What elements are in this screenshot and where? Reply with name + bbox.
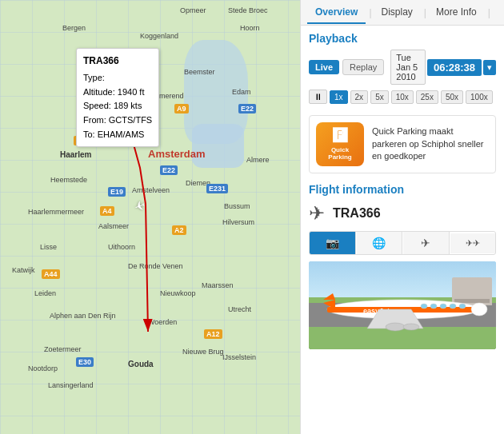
- playback-title: Playback: [309, 32, 496, 45]
- city-label: Katwijk: [12, 266, 35, 274]
- tooltip-speed: Speed: 189 kts: [83, 99, 152, 113]
- city-label-gouda: Gouda: [128, 360, 154, 368]
- city-label: Alphen aan Den Rijn: [50, 312, 116, 320]
- road-label-a12: A12: [204, 329, 222, 339]
- city-label: Uithoorn: [108, 243, 135, 251]
- road-label-e22-2: E22: [160, 165, 178, 175]
- road-label-e22-1: E22: [238, 104, 256, 113]
- city-label: Nieuwe Brug: [182, 348, 224, 356]
- speed-10x-button[interactable]: 10x: [391, 90, 414, 104]
- svg-point-7: [386, 323, 405, 331]
- city-label: Opmeer: [180, 6, 206, 14]
- road-label-a4: A4: [100, 206, 114, 216]
- water-area-2: [192, 124, 244, 168]
- tab-sep-3: |: [488, 7, 490, 18]
- date-display: Tue Jan 5 2010: [390, 50, 426, 85]
- city-label: Maarssen: [202, 281, 234, 289]
- road-label-a2: A2: [172, 225, 186, 235]
- icon-tab-flight[interactable]: ✈: [403, 232, 450, 254]
- right-panel: Overview | Display | More Info | Playbac…: [300, 0, 504, 434]
- tab-sep-2: |: [424, 7, 426, 18]
- ad-logo-text: QuickParking: [328, 146, 351, 161]
- tooltip-altitude: Altitude: 1940 ft: [83, 86, 152, 100]
- flight-info-title: Flight information: [309, 183, 496, 196]
- svg-point-13: [450, 304, 456, 309]
- easyjet-plane-svg: easyJet.com: [315, 279, 491, 335]
- svg-point-14: [459, 304, 466, 309]
- svg-point-8: [403, 324, 419, 330]
- city-label: Utrecht: [228, 305, 251, 313]
- city-label: Koggenland: [140, 32, 178, 40]
- city-label: Edam: [232, 88, 251, 96]
- live-button[interactable]: Live: [309, 60, 339, 74]
- city-label: Leiden: [34, 289, 56, 297]
- road-label-e231: E231: [206, 184, 228, 193]
- svg-point-11: [430, 304, 437, 309]
- icon-tab-map[interactable]: 🌐: [357, 232, 403, 254]
- city-label: Nootdorp: [28, 364, 58, 372]
- flight-info-section: Flight information ✈ TRA366 📷 🌐 ✈ ✈✈: [301, 178, 504, 354]
- flight-tooltip: TRA366 Type: Altitude: 1940 ft Speed: 18…: [76, 48, 159, 147]
- city-label: Hoorn: [240, 24, 260, 32]
- flight-callsign: TRA366: [333, 206, 381, 221]
- city-label: De Ronde Venen: [128, 262, 183, 270]
- speed-2x-button[interactable]: 2x: [350, 90, 369, 104]
- icon-tab-details[interactable]: ✈✈: [450, 233, 496, 253]
- time-display: 06:28:38: [427, 59, 482, 76]
- icon-tab-bar: 📷 🌐 ✈ ✈✈: [309, 231, 496, 255]
- playback-controls: Live Replay Tue Jan 5 2010 06:28:38 ▾: [309, 50, 496, 85]
- tooltip-to: To: EHAM/AMS: [83, 128, 152, 142]
- tooltip-from: From: GCTS/TFS: [83, 113, 152, 128]
- speed-1x-button[interactable]: 1x: [330, 90, 348, 104]
- plane-symbol-icon: ✈: [309, 202, 325, 225]
- tooltip-type: Type:: [83, 71, 152, 86]
- plane-icon-2[interactable]: ✈: [132, 197, 147, 214]
- replay-button[interactable]: Replay: [342, 59, 384, 75]
- city-label: Lansingerland: [48, 381, 94, 389]
- city-label: Amstelveen: [132, 186, 170, 194]
- city-label: Nieuwkoop: [160, 289, 196, 297]
- city-label: Bussum: [224, 202, 250, 210]
- city-label: Hilversum: [222, 218, 254, 226]
- playback-section: Playback Live Replay Tue Jan 5 2010 06:2…: [301, 26, 504, 110]
- city-label: Beemster: [184, 68, 215, 76]
- pause-button[interactable]: ⏸: [309, 90, 327, 104]
- road-label-e30: E30: [76, 357, 94, 367]
- city-label: IJsselstein: [222, 353, 256, 361]
- tab-bar: Overview | Display | More Info |: [301, 0, 504, 26]
- ad-logo-icon: 🅿: [333, 128, 347, 145]
- tab-overview[interactable]: Overview: [307, 2, 366, 24]
- svg-point-10: [440, 304, 446, 309]
- speed-50x-button[interactable]: 50x: [441, 90, 463, 104]
- speed-5x-button[interactable]: 5x: [370, 90, 389, 104]
- flight-callsign-row: ✈ TRA366: [309, 202, 496, 225]
- svg-point-9: [471, 303, 487, 316]
- svg-marker-6: [323, 293, 335, 300]
- city-label: Stede Broec: [228, 6, 268, 14]
- tab-more-info[interactable]: More Info: [428, 2, 485, 24]
- road-label-a9: A9: [174, 104, 189, 113]
- map-panel[interactable]: Opmeer Stede Broec Bergen Hoorn Koggenla…: [0, 0, 300, 434]
- tooltip-title: TRA366: [83, 54, 152, 69]
- tab-sep-1: |: [369, 7, 371, 18]
- speed-controls: ⏸ 1x 2x 5x 10x 25x 50x 100x: [309, 90, 496, 104]
- time-dropdown-button[interactable]: ▾: [483, 60, 496, 75]
- city-label: Zoetermeer: [44, 345, 82, 353]
- city-label: Haarlem: [60, 150, 91, 159]
- icon-tab-photo[interactable]: 📷: [310, 232, 356, 254]
- tab-display[interactable]: Display: [374, 2, 421, 24]
- speed-25x-button[interactable]: 25x: [416, 90, 438, 104]
- city-label-amsterdam: Amsterdam: [148, 148, 206, 160]
- road-label-a44: A44: [42, 269, 60, 279]
- city-label: Woerden: [148, 318, 177, 326]
- city-label: Bergen: [62, 24, 86, 32]
- svg-point-12: [421, 304, 427, 309]
- ad-logo: 🅿 QuickParking: [316, 122, 364, 166]
- ad-description: Quick Parking maakt parkeren op Schiphol…: [372, 125, 489, 162]
- ad-banner[interactable]: 🅿 QuickParking Quick Parking maakt parke…: [309, 115, 496, 173]
- speed-100x-button[interactable]: 100x: [466, 90, 493, 104]
- map-background: Opmeer Stede Broec Bergen Hoorn Koggenla…: [0, 0, 300, 434]
- plane-photo: easyJet.com: [309, 261, 496, 349]
- datetime-display: Tue Jan 5 2010 06:28:38 ▾: [390, 50, 496, 85]
- city-label: Aalsmeer: [98, 222, 129, 230]
